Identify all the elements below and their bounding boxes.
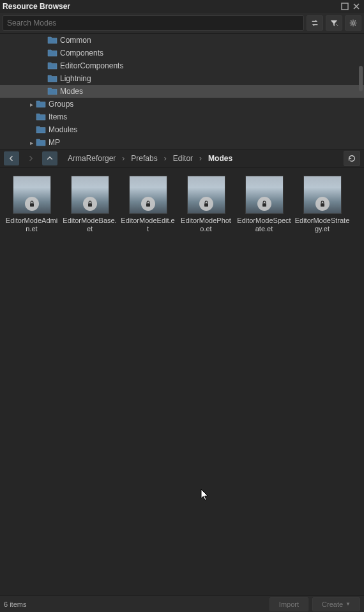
item-count: 6 items: [4, 601, 266, 608]
folder-icon: [36, 100, 46, 109]
breadcrumb: ArmaReforger › Prefabs › Editor › Modes: [64, 152, 340, 165]
grid-item-label: EditorModeAdmin.et: [4, 217, 59, 233]
search-input[interactable]: [3, 15, 304, 31]
status-bar: 6 items Import Create▼: [0, 595, 364, 612]
crumb-root[interactable]: ArmaReforger: [64, 152, 119, 165]
crumb-prefabs[interactable]: Prefabs: [127, 152, 161, 165]
folder-icon: [36, 138, 46, 147]
tree-item-label: Modes: [60, 87, 83, 96]
crumb-editor[interactable]: Editor: [169, 152, 197, 165]
tree-item-modes[interactable]: ▸Modes: [0, 85, 364, 98]
popout-icon[interactable]: [340, 1, 350, 11]
tree-item-label: EditorComponents: [60, 61, 123, 70]
folder-icon: [47, 87, 57, 96]
content-grid: EditorModeAdmin.etEditorModeBase.etEdito…: [0, 168, 364, 595]
tree-item-label: Lightning: [60, 74, 91, 83]
tree-item-editorcomponents[interactable]: ▸EditorComponents: [0, 59, 364, 72]
grid-item[interactable]: EditorModePhoto.et: [177, 174, 235, 234]
prefab-thumbnail: [303, 176, 342, 214]
tree-item-components[interactable]: ▸Components: [0, 47, 364, 59]
grid-item-label: EditorModeEdit.et: [121, 217, 176, 233]
chevron-right-icon: ›: [163, 154, 168, 163]
nav-forward-button[interactable]: [23, 151, 38, 165]
crumb-current[interactable]: Modes: [204, 152, 236, 165]
grid-item[interactable]: EditorModeEdit.et: [119, 174, 177, 234]
svg-rect-2: [30, 203, 34, 206]
tree-item-mp[interactable]: ▸MP: [0, 136, 364, 149]
create-button[interactable]: Create▼: [312, 597, 360, 611]
nav-back-button[interactable]: [4, 151, 19, 165]
lock-icon: [141, 197, 155, 211]
nav-bar: ArmaReforger › Prefabs › Editor › Modes: [0, 149, 364, 168]
tree-expand-icon[interactable]: ▸: [27, 139, 36, 146]
grid-item-label: EditorModeBase.et: [63, 217, 118, 233]
swap-button[interactable]: [307, 15, 323, 31]
lock-icon: [83, 197, 97, 211]
lock-icon: [25, 197, 39, 211]
refresh-button[interactable]: [344, 151, 360, 166]
chevron-right-icon: ›: [121, 154, 126, 163]
tree-scrollbar[interactable]: [359, 66, 363, 91]
chevron-down-icon: ▼: [345, 601, 351, 607]
tree-item-modules[interactable]: ▸Modules: [0, 123, 364, 136]
window-title: Resource Browser: [3, 2, 340, 11]
tree-item-label: Components: [60, 49, 103, 57]
search-row: [0, 13, 364, 34]
tree-item-label: MP: [49, 138, 60, 147]
import-button[interactable]: Import: [269, 597, 308, 611]
folder-icon: [47, 36, 57, 45]
grid-item[interactable]: EditorModeSpectate.et: [235, 174, 293, 234]
prefab-thumbnail: [129, 176, 167, 214]
grid-item[interactable]: EditorModeBase.et: [61, 174, 119, 234]
prefab-thumbnail: [13, 176, 51, 214]
svg-rect-0: [342, 3, 348, 10]
prefab-thumbnail: [245, 176, 284, 214]
filter-button[interactable]: [326, 15, 342, 31]
tree-expand-icon[interactable]: ▸: [27, 101, 36, 108]
tree-item-label: Modules: [49, 125, 77, 134]
settings-button[interactable]: [345, 15, 361, 31]
folder-icon: [47, 61, 57, 70]
folder-icon: [47, 74, 57, 83]
grid-item-label: EditorModePhoto.et: [179, 217, 234, 233]
svg-rect-6: [262, 203, 266, 206]
chevron-right-icon: ›: [198, 154, 203, 163]
lock-icon: [199, 197, 213, 211]
mouse-cursor: [201, 489, 209, 503]
tree-item-common[interactable]: ▸Common: [0, 34, 364, 47]
grid-item[interactable]: EditorModeAdmin.et: [3, 174, 61, 234]
tree-item-label: Common: [60, 36, 91, 45]
folder-icon: [47, 49, 57, 57]
lock-icon: [315, 197, 330, 211]
close-icon[interactable]: [351, 1, 361, 11]
svg-point-1: [352, 22, 354, 24]
svg-rect-7: [321, 203, 324, 206]
title-bar: Resource Browser: [0, 0, 364, 13]
grid-item-label: EditorModeSpectate.et: [237, 217, 292, 233]
prefab-thumbnail: [187, 176, 225, 214]
svg-rect-3: [88, 203, 92, 206]
lock-icon: [257, 197, 271, 211]
svg-rect-4: [146, 203, 150, 206]
svg-rect-5: [204, 203, 208, 206]
tree-item-groups[interactable]: ▸Groups: [0, 98, 364, 111]
prefab-thumbnail: [71, 176, 109, 214]
tree-item-label: Groups: [49, 100, 73, 109]
tree-panel: ▸Common▸Components▸EditorComponents▸Ligh…: [0, 34, 364, 149]
folder-icon: [36, 112, 46, 121]
grid-item-label: EditorModeStrategy.et: [295, 217, 350, 233]
nav-up-button[interactable]: [42, 151, 57, 165]
tree-item-items[interactable]: ▸Items: [0, 111, 364, 123]
tree-item-lightning[interactable]: ▸Lightning: [0, 72, 364, 85]
folder-icon: [36, 125, 46, 134]
grid-item[interactable]: EditorModeStrategy.et: [293, 174, 351, 234]
tree-item-label: Items: [49, 112, 67, 121]
